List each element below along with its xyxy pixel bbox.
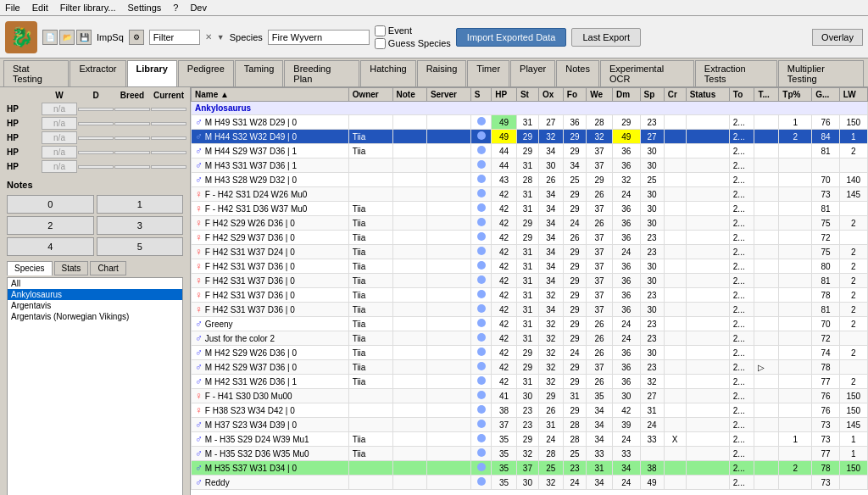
col-header-fo[interactable]: Fo	[563, 88, 586, 102]
cell-to: 2...	[729, 403, 754, 418]
col-header-s[interactable]: S	[470, 88, 492, 102]
table-row[interactable]: ♀ F H42 S31 W37 D36 | 0 Tiia 42 31 34 29…	[192, 274, 868, 288]
menu-help[interactable]: ?	[173, 3, 178, 13]
table-row[interactable]: ♂ Reddy 35 30 32 24 34 24 49 2... 73	[192, 476, 868, 490]
table-row[interactable]: ♂ M H49 S31 W28 D29 | 0 49 31 27 36 28 2…	[192, 115, 868, 130]
table-row[interactable]: ♀ F - H41 S30 D30 Mu00 41 30 29 31 35 30…	[192, 389, 868, 403]
table-row[interactable]: ♂ Greeny Tiia 42 31 32 29 26 24 23 2... …	[192, 317, 868, 331]
tab-extraction-tests[interactable]: Extraction Tests	[695, 60, 777, 86]
tab-extractor[interactable]: Extractor	[70, 60, 125, 86]
table-area[interactable]: Name ▲ Owner Note Server S HP St Ox Fo W…	[191, 87, 868, 495]
col-header-lw[interactable]: LW	[839, 88, 867, 102]
table-row[interactable]: ♀ F H42 S31 W37 D24 | 0 Tiia 42 31 34 29…	[192, 245, 868, 259]
table-row[interactable]: ♂ M H44 S32 W32 D49 | 0 Tiia 49 29 32 29…	[192, 130, 868, 144]
import-exported-data-button[interactable]: Import Exported Data	[456, 28, 567, 47]
table-row[interactable]: ♀ F H42 S31 W37 D36 | 0 Tiia 42 31 34 29…	[192, 303, 868, 317]
species-tab-stats[interactable]: Stats	[54, 261, 89, 275]
col-header-server[interactable]: Server	[426, 88, 470, 102]
new-file-icon[interactable]: 📄	[42, 30, 58, 45]
species-list-item-argentavis-norwegian[interactable]: Argentavis (Norwegian Vikings)	[8, 311, 182, 322]
menu-filter-library[interactable]: Filter library...	[60, 3, 116, 13]
table-row[interactable]: ♂ M H44 S29 W37 D36 | 1 Tiia 44 29 34 29…	[192, 144, 868, 159]
table-row[interactable]: ♀ F H42 S31 W37 D36 | 0 Tiia 42 31 34 29…	[192, 259, 868, 274]
cell-server	[426, 461, 470, 476]
table-row[interactable]: ♂ M H42 S31 W26 D36 | 1 Tiia 42 31 32 29…	[192, 375, 868, 389]
species-tab-chart[interactable]: Chart	[90, 261, 125, 275]
counter-3[interactable]: 3	[97, 216, 184, 235]
table-row[interactable]: ♂ M H43 S31 W37 D36 | 1 44 31 30 34 37 3…	[192, 159, 868, 173]
col-header-dm[interactable]: Dm	[613, 88, 640, 102]
counter-5[interactable]: 5	[97, 237, 184, 256]
table-row[interactable]: ♂ M H42 S29 W26 D36 | 0 Tiia 42 29 32 24…	[192, 346, 868, 360]
table-row[interactable]: ♀ F H42 S29 W37 D36 | 0 Tiia 42 29 34 26…	[192, 231, 868, 245]
filter-input[interactable]	[149, 30, 200, 45]
table-row[interactable]: ♂ M H35 S37 W31 D34 | 0 35 37 25 23 31 3…	[192, 461, 868, 476]
tab-hatching[interactable]: Hatching	[360, 60, 415, 86]
open-icon[interactable]: 📂	[59, 30, 75, 45]
table-row[interactable]: ♂ Just for the color 2 Tiia 42 31 32 29 …	[192, 331, 868, 346]
table-row[interactable]: ♂ M H43 S28 W29 D32 | 0 43 28 26 25 29 3…	[192, 173, 868, 187]
col-header-ox[interactable]: Ox	[538, 88, 563, 102]
menu-settings[interactable]: Settings	[128, 3, 162, 13]
counter-0[interactable]: 0	[7, 195, 94, 214]
menu-dev[interactable]: Dev	[190, 3, 207, 13]
table-row[interactable]: ♂ M - H35 S29 D24 W39 Mu1 Tiia 35 29 24 …	[192, 432, 868, 447]
tab-multiplier-testing[interactable]: Multiplier Testing	[778, 60, 864, 86]
table-row[interactable]: ♂ M H42 S29 W37 D36 | 0 Tiia 42 29 32 29…	[192, 360, 868, 375]
tab-player[interactable]: Player	[510, 60, 555, 86]
tab-experimental-ocr[interactable]: Experimental OCR	[600, 60, 694, 86]
col-header-tp[interactable]: Tp%	[779, 88, 812, 102]
col-header-t[interactable]: T...	[754, 88, 779, 102]
col-header-note[interactable]: Note	[392, 88, 426, 102]
tab-pedigree[interactable]: Pedigree	[178, 60, 234, 86]
col-header-hp[interactable]: HP	[492, 88, 517, 102]
last-export-button[interactable]: Last Export	[571, 28, 641, 47]
species-list-item-all[interactable]: All	[8, 278, 182, 289]
col-header-we[interactable]: We	[587, 88, 613, 102]
species-list-item-anky[interactable]: Ankylosaurus	[8, 289, 182, 300]
tab-timer[interactable]: Timer	[467, 60, 509, 86]
tab-taming[interactable]: Taming	[235, 60, 283, 86]
settings-icon[interactable]: ⚙	[129, 30, 144, 45]
save-icon[interactable]: 💾	[76, 30, 92, 45]
tab-library[interactable]: Library	[127, 60, 177, 86]
table-row[interactable]: ♀ F - H42 S31 D24 W26 Mu0 42 31 34 29 26…	[192, 187, 868, 202]
tab-notes[interactable]: Notes	[556, 60, 599, 86]
table-row[interactable]: ♀ F H42 S31 W37 D36 | 0 Tiia 42 31 32 29…	[192, 288, 868, 303]
cell-hp: 42	[492, 360, 517, 375]
species-list-item-argentavis[interactable]: Argentavis	[8, 300, 182, 311]
table-row[interactable]: ♀ F H42 S29 W26 D36 | 0 Tiia 42 29 34 24…	[192, 216, 868, 231]
col-header-st[interactable]: St	[516, 88, 538, 102]
tab-breeding-plan[interactable]: Breeding Plan	[284, 60, 359, 86]
table-row[interactable]: ♂ M - H35 S32 D36 W35 Mu0 Tiia 35 32 28 …	[192, 447, 868, 461]
guess-species-checkbox[interactable]	[375, 38, 386, 49]
table-row[interactable]: ♀ F - H42 S31 D36 W37 Mu0 Tiia 42 31 34 …	[192, 202, 868, 216]
table-row[interactable]: ♀ F H38 S23 W34 D42 | 0 38 23 26 29 34 4…	[192, 403, 868, 418]
menu-file[interactable]: File	[5, 3, 20, 13]
table-row[interactable]: ♂ M H37 S23 W34 D39 | 0 37 23 31 28 34 3…	[192, 418, 868, 432]
menu-edit[interactable]: Edit	[32, 3, 48, 13]
col-header-to[interactable]: To	[729, 88, 754, 102]
cell-tp	[779, 202, 812, 216]
col-header-g[interactable]: G...	[812, 88, 839, 102]
col-header-name[interactable]: Name ▲	[192, 88, 349, 102]
tab-stat-testing[interactable]: Stat Testing	[3, 60, 69, 86]
species-list[interactable]: All Ankylosaurus Argentavis Argentavis (…	[7, 277, 183, 495]
filter-close-icon[interactable]: ✕	[205, 32, 212, 42]
overlay-button[interactable]: Overlay	[812, 29, 863, 46]
species-tab-species[interactable]: Species	[7, 261, 53, 275]
col-header-sp[interactable]: Sp	[640, 88, 664, 102]
counter-1[interactable]: 1	[97, 195, 184, 214]
filter-dropdown-icon[interactable]: ▼	[217, 33, 225, 42]
counter-4[interactable]: 4	[7, 237, 94, 256]
col-header-owner[interactable]: Owner	[348, 88, 392, 102]
counter-2[interactable]: 2	[7, 216, 94, 235]
tab-raising[interactable]: Raising	[417, 60, 467, 86]
species-input[interactable]	[268, 30, 370, 45]
cell-to: 2...	[729, 317, 754, 331]
col-header-status[interactable]: Status	[686, 88, 729, 102]
event-checkbox[interactable]	[375, 25, 386, 36]
col-header-cr[interactable]: Cr	[664, 88, 686, 102]
cell-sp: 31	[640, 403, 664, 418]
table-row[interactable]: Ankylosaurus	[192, 102, 868, 115]
